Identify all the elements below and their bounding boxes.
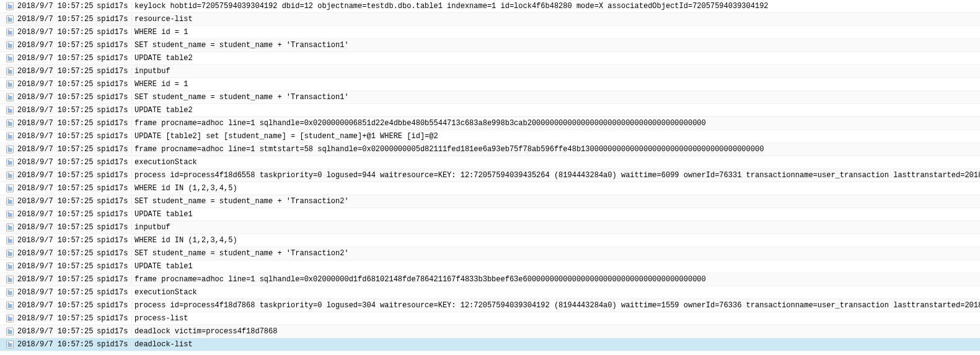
info-icon [2, 197, 17, 206]
svg-rect-30 [7, 81, 14, 88]
log-message: SET student_name = student_name + 'Trans… [131, 197, 349, 206]
log-message: frame procname=adhoc line=1 stmtstart=58… [131, 145, 764, 154]
svg-rect-75 [7, 198, 14, 205]
log-source: spid17s [97, 314, 131, 323]
log-row[interactable]: 2018/9/7 10:57:25spid17sWHERE id = 1 [0, 26, 980, 39]
info-icon [2, 327, 17, 336]
log-row[interactable]: 2018/9/7 10:57:25spid17sframe procname=a… [0, 143, 980, 156]
log-date: 2018/9/7 10:57:25 [17, 28, 97, 37]
log-row[interactable]: 2018/9/7 10:57:25spid17sexecutionStack [0, 156, 980, 169]
log-row[interactable]: 2018/9/7 10:57:25spid17sUPDATE table1 [0, 260, 980, 273]
log-source: spid17s [97, 249, 131, 258]
log-source: spid17s [97, 106, 131, 115]
log-message: UPDATE [table2] set [student_name] = [st… [131, 132, 438, 141]
log-source: spid17s [97, 275, 131, 284]
svg-rect-80 [7, 211, 14, 218]
log-message: UPDATE table1 [131, 262, 193, 271]
log-row[interactable]: 2018/9/7 10:57:25spid17sframe procname=a… [0, 273, 980, 286]
svg-rect-100 [7, 263, 14, 270]
info-icon [2, 223, 17, 232]
log-source: spid17s [97, 2, 131, 11]
log-source: spid17s [97, 67, 131, 76]
svg-rect-0 [7, 2, 14, 10]
info-icon [2, 41, 17, 50]
info-icon [2, 28, 17, 37]
info-icon [2, 275, 17, 284]
log-row[interactable]: 2018/9/7 10:57:25spid17sprocess id=proce… [0, 299, 980, 312]
log-message: WHERE id = 1 [131, 28, 188, 37]
info-icon [2, 262, 17, 271]
info-icon [2, 249, 17, 258]
svg-rect-95 [7, 250, 14, 257]
log-source: spid17s [97, 197, 131, 206]
svg-rect-20 [7, 55, 14, 62]
log-source: spid17s [97, 210, 131, 219]
log-date: 2018/9/7 10:57:25 [17, 236, 97, 245]
info-icon [2, 236, 17, 245]
log-row[interactable]: 2018/9/7 10:57:25spid17sprocess-list [0, 312, 980, 325]
log-row[interactable]: 2018/9/7 10:57:25spid17sinputbuf [0, 221, 980, 234]
log-row[interactable]: 2018/9/7 10:57:25spid17sresource-list [0, 13, 980, 26]
log-message: resource-list [131, 15, 193, 24]
log-row[interactable]: 2018/9/7 10:57:25spid17sSET student_name… [0, 91, 980, 104]
log-date: 2018/9/7 10:57:25 [17, 145, 97, 154]
svg-rect-125 [7, 328, 14, 335]
log-message: SET student_name = student_name + 'Trans… [131, 41, 349, 50]
log-row[interactable]: 2018/9/7 10:57:25spid17sexecutionStack [0, 286, 980, 299]
svg-rect-120 [7, 315, 14, 322]
svg-rect-25 [7, 68, 14, 75]
info-icon [2, 67, 17, 76]
log-source: spid17s [97, 132, 131, 141]
log-message: SET student_name = student_name + 'Trans… [131, 93, 349, 102]
svg-rect-5 [7, 15, 14, 23]
info-icon [2, 301, 17, 310]
info-icon [2, 158, 17, 167]
log-source: spid17s [97, 223, 131, 232]
log-row[interactable]: 2018/9/7 10:57:25spid17sUPDATE table2 [0, 52, 980, 65]
log-row[interactable]: 2018/9/7 10:57:25spid17sinputbuf [0, 65, 980, 78]
log-row[interactable]: 2018/9/7 10:57:25spid17sprocess id=proce… [0, 169, 980, 182]
log-message: deadlock victim=process4f18d7868 [131, 327, 277, 336]
log-source: spid17s [97, 184, 131, 193]
log-row[interactable]: 2018/9/7 10:57:25spid17sdeadlock-list [0, 338, 980, 351]
info-icon [2, 145, 17, 154]
log-row[interactable]: 2018/9/7 10:57:25spid17sWHERE id IN (1,2… [0, 182, 980, 195]
log-source: spid17s [97, 288, 131, 297]
log-message: WHERE id IN (1,2,3,4,5) [131, 184, 237, 193]
log-message: process id=process4f18d6558 taskpriority… [131, 171, 980, 180]
log-row[interactable]: 2018/9/7 10:57:25spid17sSET student_name… [0, 39, 980, 52]
log-row[interactable]: 2018/9/7 10:57:25spid17sSET student_name… [0, 247, 980, 260]
info-icon [2, 54, 17, 63]
log-row[interactable]: 2018/9/7 10:57:25spid17sUPDATE table1 [0, 208, 980, 221]
log-date: 2018/9/7 10:57:25 [17, 327, 97, 336]
log-row[interactable]: 2018/9/7 10:57:25spid17sframe procname=a… [0, 117, 980, 130]
info-icon [2, 288, 17, 297]
log-row[interactable]: 2018/9/7 10:57:25spid17sWHERE id IN (1,2… [0, 234, 980, 247]
log-row[interactable]: 2018/9/7 10:57:25spid17sUPDATE table2 [0, 104, 980, 117]
log-date: 2018/9/7 10:57:25 [17, 80, 97, 89]
log-source: spid17s [97, 119, 131, 128]
log-row[interactable]: 2018/9/7 10:57:25spid17sSET student_name… [0, 195, 980, 208]
log-message: process id=process4f18d7868 taskpriority… [131, 301, 980, 310]
log-source: spid17s [97, 340, 131, 349]
info-icon [2, 340, 17, 349]
log-row[interactable]: 2018/9/7 10:57:25spid17sdeadlock victim=… [0, 325, 980, 338]
log-date: 2018/9/7 10:57:25 [17, 171, 97, 180]
log-message: WHERE id IN (1,2,3,4,5) [131, 236, 237, 245]
log-date: 2018/9/7 10:57:25 [17, 158, 97, 167]
svg-rect-65 [7, 172, 14, 179]
log-date: 2018/9/7 10:57:25 [17, 249, 97, 258]
log-date: 2018/9/7 10:57:25 [17, 93, 97, 102]
log-date: 2018/9/7 10:57:25 [17, 314, 97, 323]
log-row[interactable]: 2018/9/7 10:57:25spid17sWHERE id = 1 [0, 78, 980, 91]
log-row[interactable]: 2018/9/7 10:57:25spid17skeylock hobtid=7… [0, 0, 980, 13]
svg-rect-35 [7, 94, 14, 101]
log-source: spid17s [97, 93, 131, 102]
info-icon [2, 106, 17, 115]
svg-rect-90 [7, 237, 14, 244]
log-date: 2018/9/7 10:57:25 [17, 262, 97, 271]
log-row[interactable]: 2018/9/7 10:57:25spid17sUPDATE [table2] … [0, 130, 980, 143]
log-date: 2018/9/7 10:57:25 [17, 223, 97, 232]
info-icon [2, 2, 17, 11]
log-source: spid17s [97, 327, 131, 336]
